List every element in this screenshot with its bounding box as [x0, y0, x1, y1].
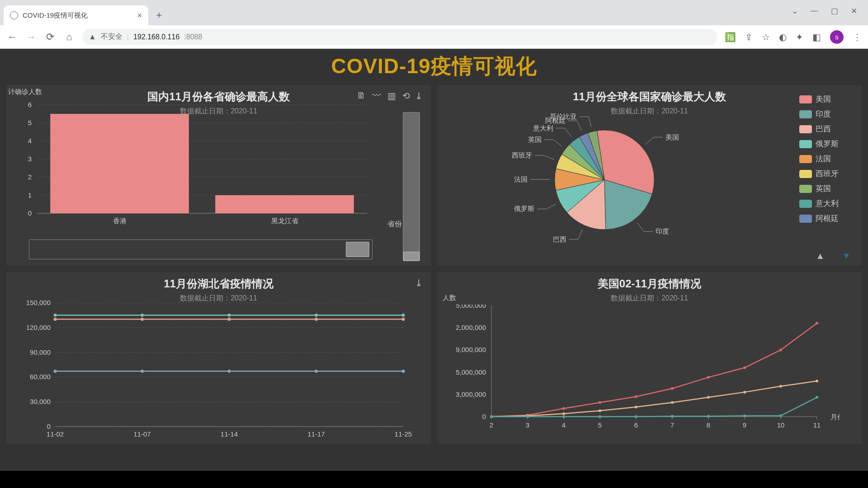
- panel-bar: 国内11月份各省确诊最高人数 数据截止日期：2020-11 🗎 〰 ▥ ⟲ ⤓ …: [6, 85, 431, 266]
- legend-item[interactable]: 西班牙: [799, 169, 854, 179]
- panel-us: 美国02-11月疫情情况 数据截止日期：2020-11 人数 03,000,00…: [437, 272, 862, 444]
- restore-icon[interactable]: ⟲: [402, 90, 410, 101]
- forward-icon[interactable]: →: [25, 31, 37, 43]
- svg-text:9: 9: [743, 421, 746, 429]
- svg-text:150,000: 150,000: [26, 300, 51, 306]
- panel-pie: 11月份全球各国家确诊最大人数 数据截止日期：2020-11 美国印度巴西俄罗斯…: [437, 85, 862, 266]
- legend-item[interactable]: 阿根廷: [799, 213, 854, 224]
- browser-tab[interactable]: COVID-19疫情可视化 ×: [4, 5, 148, 25]
- legend-down-icon[interactable]: ▼: [842, 251, 851, 261]
- legend-item[interactable]: 法国: [799, 154, 854, 164]
- download-icon[interactable]: ⤓: [415, 90, 423, 101]
- svg-rect-17: [215, 195, 354, 213]
- browser-chrome: COVID-19疫情可视化 × + ⌄ — ▢ ✕ ← → ⟳ ⌂ ▲ 不安全 …: [0, 0, 868, 49]
- svg-text:11-07: 11-07: [133, 430, 151, 438]
- legend-swatch: [799, 110, 812, 118]
- svg-text:9,000,000: 9,000,000: [456, 346, 486, 353]
- svg-text:哥伦比亚: 哥伦比亚: [550, 113, 577, 120]
- chart-subtitle: 数据截止日期：2020-11: [445, 294, 854, 303]
- page-title: COVID-19疫情可视化: [6, 49, 862, 85]
- legend-item[interactable]: 巴西: [799, 124, 854, 134]
- legend-pager: ▲ ▼: [816, 251, 851, 261]
- dashboard: COVID-19疫情可视化 国内11月份各省确诊最高人数 数据截止日期：2020…: [0, 49, 868, 471]
- home-icon[interactable]: ⌂: [63, 31, 75, 43]
- svg-text:2: 2: [490, 421, 493, 429]
- omnibox[interactable]: ▲ 不安全 | 192.168.0.116:8088: [82, 29, 717, 45]
- profile-avatar[interactable]: s: [830, 30, 844, 44]
- line-chart-hubei: 030,00060,00090,000120,000150,00011-0211…: [14, 300, 412, 440]
- legend-item[interactable]: 哥伦比亚: [799, 228, 854, 230]
- share-icon[interactable]: ⇪: [745, 32, 753, 42]
- svg-text:5: 5: [598, 421, 602, 429]
- legend-label: 意大利: [816, 198, 839, 209]
- chart-toolbox: 🗎 〰 ▥ ⟲: [357, 90, 410, 101]
- svg-text:4: 4: [28, 137, 32, 145]
- chevron-down-icon[interactable]: ⌄: [792, 6, 798, 16]
- legend-swatch: [799, 125, 812, 133]
- separator: |: [127, 33, 129, 41]
- bookmark-icon[interactable]: ☆: [762, 32, 770, 42]
- svg-text:3: 3: [526, 421, 529, 429]
- svg-text:0: 0: [47, 422, 51, 430]
- maximize-icon[interactable]: ▢: [831, 6, 838, 16]
- svg-text:10: 10: [777, 421, 785, 429]
- svg-text:西班牙: 西班牙: [512, 151, 532, 159]
- new-tab-button[interactable]: +: [151, 7, 167, 23]
- svg-text:11: 11: [813, 421, 821, 429]
- svg-text:120,000: 120,000: [26, 324, 51, 331]
- svg-text:1: 1: [28, 191, 32, 199]
- legend-item[interactable]: 英国: [799, 183, 854, 194]
- tab-bar: COVID-19疫情可视化 × + ⌄ — ▢ ✕: [0, 0, 868, 25]
- legend-swatch: [799, 170, 812, 178]
- legend-label: 巴西: [816, 124, 831, 134]
- legend-swatch: [799, 230, 812, 230]
- legend-swatch: [799, 200, 812, 208]
- svg-text:俄罗斯: 俄罗斯: [514, 205, 534, 212]
- legend-label: 哥伦比亚: [816, 228, 846, 230]
- download-icon[interactable]: ⤓: [415, 277, 423, 288]
- svg-text:2,000,000: 2,000,000: [456, 324, 486, 331]
- legend-item[interactable]: 印度: [799, 109, 854, 119]
- svg-text:3,000,000: 3,000,000: [456, 390, 486, 398]
- line-toggle-icon[interactable]: 〰: [372, 90, 381, 101]
- x-axis-label: 省份: [387, 220, 402, 229]
- svg-text:60,000: 60,000: [30, 373, 51, 380]
- horizontal-zoom-slider[interactable]: [29, 239, 373, 259]
- legend-swatch: [799, 215, 812, 223]
- svg-text:意大利: 意大利: [533, 124, 553, 132]
- extensions-icon[interactable]: ✦: [796, 32, 803, 42]
- legend-item[interactable]: 俄罗斯: [799, 139, 854, 149]
- svg-text:90,000: 90,000: [30, 348, 51, 356]
- toolbar-icons: 🈯 ⇪ ☆ ◐ ✦ ◧ s ⋮: [725, 30, 862, 44]
- vertical-zoom-slider[interactable]: [403, 112, 420, 261]
- svg-text:黑龙江省: 黑龙江省: [271, 217, 298, 225]
- line-chart-us: 03,000,0005,000,0009,000,0002,000,0005,0…: [442, 305, 840, 440]
- legend-item[interactable]: 意大利: [799, 198, 854, 209]
- svg-text:7: 7: [670, 421, 674, 429]
- svg-text:0: 0: [482, 413, 486, 420]
- legend-label: 印度: [816, 109, 831, 119]
- minimize-icon[interactable]: —: [811, 6, 818, 16]
- menu-icon[interactable]: ⋮: [853, 32, 862, 42]
- translate-icon[interactable]: 🈯: [725, 32, 736, 42]
- svg-text:巴西: 巴西: [553, 235, 566, 243]
- legend-up-icon[interactable]: ▲: [816, 251, 825, 261]
- legend-item[interactable]: 美国: [799, 94, 854, 104]
- svg-text:11-17: 11-17: [307, 430, 325, 438]
- zoom-handle[interactable]: [403, 252, 420, 261]
- close-window-icon[interactable]: ✕: [851, 6, 857, 16]
- sidepanel-icon[interactable]: ◧: [812, 32, 821, 42]
- zoom-thumb[interactable]: [346, 242, 369, 257]
- extension-globe-icon[interactable]: ◐: [779, 32, 787, 42]
- svg-text:月份: 月份: [830, 413, 840, 421]
- data-view-icon[interactable]: 🗎: [357, 90, 366, 101]
- svg-text:8: 8: [707, 421, 710, 429]
- svg-text:4: 4: [562, 421, 566, 429]
- back-icon[interactable]: ←: [6, 31, 18, 43]
- svg-text:6: 6: [28, 101, 32, 108]
- reload-icon[interactable]: ⟳: [44, 31, 56, 43]
- close-tab-icon[interactable]: ×: [137, 11, 142, 20]
- legend-swatch: [799, 140, 812, 148]
- bar-toggle-icon[interactable]: ▥: [387, 90, 396, 101]
- svg-text:5: 5: [28, 119, 32, 127]
